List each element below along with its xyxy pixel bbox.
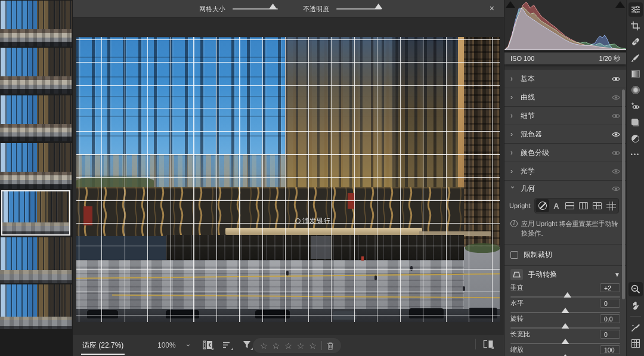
panel-curves[interactable]: › 曲线 [504,88,626,107]
radial-gradient-tool[interactable] [628,83,643,97]
filter-icon[interactable] [241,339,253,351]
scale-value-field[interactable]: 100 [600,345,620,354]
star-rating-2[interactable]: ☆ [273,342,280,350]
histogram-plot [504,0,626,50]
photo-preview[interactable]: 浦发银行 [76,37,500,322]
eye-icon[interactable] [612,168,620,175]
panel-color-mixer[interactable]: › 混色器 [504,125,626,144]
eye-icon[interactable] [612,131,620,138]
red-eye-tool[interactable] [628,99,643,113]
panel-basic[interactable]: › 基本 [504,70,626,88]
slider-rotate: 旋转0.0 [504,314,626,329]
panel-optics[interactable]: › 光学 [504,162,626,181]
collapse-triangle-icon[interactable]: ▼ [614,271,620,278]
upright-off-button[interactable] [535,199,549,212]
grid-overlay-toolbar: 网格大小 不透明度 × [73,0,504,18]
zoom-100-button[interactable]: 100% [157,335,176,356]
slider-handle[interactable] [564,292,571,298]
thumbnail-image [0,143,72,189]
snapshots-tool[interactable] [628,131,643,146]
geometry-header[interactable]: › 几何 [504,181,626,196]
filmstrip-thumbnail[interactable] [0,48,72,94]
upright-auto-button[interactable]: A [549,199,563,212]
shadow-clipping-indicator[interactable] [506,1,515,8]
camera-raw-window: 网格大小 不透明度 × [0,0,644,356]
grid-size-slider[interactable] [233,8,278,10]
upright-level-button[interactable] [563,199,577,212]
panel-geometry: › 几何 Upright A i 应用 Upright 将会重置某些手动转换操作… [504,181,626,356]
edit-panel: ISO 100 1/20 秒 › 基本 › 曲线 › 细节 › 混色器 › 颜色… [504,0,626,356]
eye-icon[interactable] [612,185,620,192]
thumbnail-image [0,95,72,141]
histogram[interactable] [504,0,626,52]
rotate-value-field[interactable]: 0.0 [600,314,620,323]
chevron-right-icon: › [510,75,515,83]
constrain-crop-checkbox[interactable] [510,251,518,259]
eye-icon[interactable] [612,76,620,82]
bottom-toolbar: 适应 (22.7%) 100% › ☆ ☆ ☆ ☆ ☆ [73,334,504,356]
close-icon[interactable]: × [490,4,494,13]
slider-handle[interactable] [562,308,569,313]
star-rating-3[interactable]: ☆ [284,342,292,350]
rotate-slider[interactable] [510,324,620,329]
aspect-value-field[interactable]: 0 [600,330,620,339]
crop-tool[interactable] [628,18,643,33]
slider-handle[interactable] [562,339,569,344]
star-rating-1[interactable]: ☆ [260,342,268,350]
tool-column: ••• [626,0,644,356]
thumbnail-image [0,1,72,47]
grid-overlay-tool[interactable] [628,336,643,351]
filmstrip-thumbnail[interactable] [0,143,72,189]
filmstrip-toggle-icon[interactable] [202,339,213,351]
star-rating-4[interactable]: ☆ [297,342,305,350]
panel-detail[interactable]: › 细节 [504,107,626,125]
vertical-value-field[interactable]: +2 [600,283,620,292]
opacity-slider[interactable] [336,8,382,10]
horizontal-value-field[interactable]: 0 [600,299,620,308]
filmstrip [0,0,73,356]
star-rating-5[interactable]: ☆ [309,342,317,350]
thumbnail-image [0,48,72,94]
delete-trash-icon[interactable] [327,342,334,350]
zoom-tool[interactable] [628,282,643,296]
filmstrip-thumbnail-selected[interactable] [1,190,70,236]
eye-icon[interactable] [612,150,620,156]
zoom-menu-chevron-icon[interactable]: › [184,344,193,346]
upright-full-button[interactable] [590,199,604,212]
highlight-clipping-indicator[interactable] [615,1,625,8]
filmstrip-thumbnail[interactable] [0,95,72,141]
edit-sliders-tool[interactable] [628,2,643,17]
constrain-crop-row[interactable]: 限制裁切 [504,244,626,265]
vertical-slider[interactable] [510,293,620,298]
upright-vertical-button[interactable] [577,199,590,212]
eye-icon[interactable] [612,113,620,119]
zoom-fit-button[interactable]: 适应 (22.7%) [78,335,128,356]
hand-tool[interactable] [628,298,643,312]
grid-size-slider-handle[interactable] [269,4,277,9]
grid-size-label: 网格大小 [199,5,225,14]
more-tools-icon[interactable]: ••• [628,147,643,162]
opacity-slider-handle[interactable] [374,4,382,9]
manual-transform-header[interactable]: 手动转换 ▼ [504,266,626,283]
slider-aspect: 长宽比0 [504,329,626,345]
brush-masking-tool[interactable] [628,51,643,65]
presets-tool[interactable] [628,115,643,129]
filmstrip-thumbnail[interactable] [0,284,72,329]
sort-order-icon[interactable] [221,339,233,351]
filmstrip-thumbnail[interactable] [0,237,72,283]
panel-color-grading[interactable]: › 颜色分级 [504,144,626,162]
upright-info: i 应用 Upright 将会重置某些手动转换操作。 [504,217,626,244]
horizontal-slider[interactable] [510,308,620,314]
upright-guided-button[interactable] [604,199,618,212]
slider-horizontal: 水平0 [504,298,626,314]
upright-label: Upright [509,202,530,209]
filmstrip-thumbnail[interactable] [0,1,72,47]
color-sampler-tool[interactable] [628,320,643,335]
aspect-slider[interactable] [510,339,620,345]
panel-scrollbar[interactable] [622,89,625,299]
thumbnail-image [0,237,72,283]
linear-gradient-tool[interactable] [628,67,643,81]
healing-tool[interactable] [628,35,643,49]
slider-handle[interactable] [562,323,569,329]
eye-icon[interactable] [612,94,620,101]
